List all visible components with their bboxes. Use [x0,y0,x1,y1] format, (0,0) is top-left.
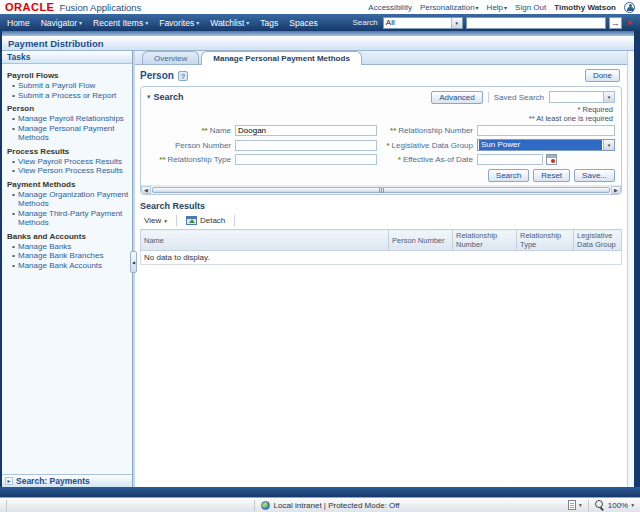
saved-search-select[interactable]: ▾ [549,91,615,103]
vertical-scrollbar[interactable] [627,51,634,487]
splitter-collapse-handle[interactable]: ◀ [130,251,137,273]
help-menu[interactable]: Help ▾ [487,3,507,12]
column-header-name[interactable]: Name [141,230,389,251]
effective-date-label: *Effective As-of Date [381,155,473,164]
effective-date-field[interactable] [477,154,543,165]
name-field[interactable] [235,125,377,136]
calendar-picker-icon[interactable] [546,154,557,165]
sidebar-item-manage-banks[interactable]: Manage Banks [3,242,131,252]
page-frame: Payment Distribution Tasks Payroll Flows… [0,31,640,487]
name-label: **Name [147,126,231,135]
tab-strip: Overview Manage Personal Payment Methods [135,51,627,65]
required-marker: ** [201,126,207,135]
divider [234,215,235,226]
person-number-label: Person Number [147,141,231,150]
search-payments-panel-header[interactable]: ▸ Search: Payments [2,474,132,487]
chevron-down-icon: ▾ [579,502,582,508]
sidebar-item-view-person-process-results[interactable]: View Person Process Results [3,166,131,176]
search-panel: ▾ Search Advanced Saved Search ▾ [140,86,622,195]
save-button[interactable]: Save... [574,169,615,182]
menu-item-recent-items[interactable]: Recent Items▾ [93,18,148,28]
relationship-number-label: **Relationship Number [381,126,473,135]
column-header-legislative-data-group[interactable]: Legislative Data Group [574,230,622,251]
sidebar-item-view-payroll-process-results[interactable]: View Payroll Process Results [3,157,131,167]
relationship-type-field[interactable] [235,154,377,165]
chevron-down-icon: ▾ [451,18,462,28]
menu-item-home[interactable]: Home [7,18,30,28]
legislative-data-group-value: Sun Power [479,140,602,150]
required-marker: ** [159,155,165,164]
expand-panel-icon: ▸ [5,477,13,485]
zone-text: Local intranet | Protected Mode: Off [274,501,400,510]
sidebar-item-manage-bank-branches[interactable]: Manage Bank Branches [3,251,131,261]
scroll-right-icon[interactable]: ▶ [611,186,621,194]
person-number-field[interactable] [235,140,377,151]
product-name: Fusion Applications [59,2,141,13]
sign-out-link[interactable]: Sign Out [515,3,546,12]
status-tools-button[interactable]: ▾ [568,500,582,510]
results-table: Name Person Number Relationship Number R… [140,229,622,265]
horizontal-scrollbar[interactable]: ◀ ▶ [141,185,621,194]
global-search-label: Search [352,18,377,27]
legislative-data-group-label: *Legislative Data Group [381,141,473,150]
menu-item-watchlist[interactable]: Watchlist▾ [210,18,249,28]
zoom-control[interactable]: 100% ▾ [595,500,634,510]
branding-bar: ORACLE Fusion Applications Accessibility… [0,0,640,14]
relationship-number-field[interactable] [477,125,615,136]
menu-item-favorites[interactable]: Favorites▾ [159,18,199,28]
scrollbar-thumb[interactable] [152,187,610,193]
accessibility-link[interactable]: Accessibility [368,3,412,12]
user-avatar-icon[interactable] [624,2,635,13]
task-section-heading: Process Results [7,147,127,156]
search-form: **Name **Relationship Number Person Numb… [147,125,615,165]
sidebar-item-manage-personal-payment-methods[interactable]: Manage Personal Payment Methods [3,124,131,143]
reset-button[interactable]: Reset [533,169,570,182]
saved-search-label: Saved Search [494,93,544,102]
global-search: Search All ▾ → ★ [352,17,633,29]
sidebar-splitter[interactable]: ◀ [133,51,135,487]
legislative-data-group-select[interactable]: Sun Power ▾ [477,139,615,151]
done-button[interactable]: Done [585,69,620,82]
chevron-down-icon: ▾ [603,92,614,102]
results-toolbar: View ▾ Detach [140,213,622,228]
menu-item-spaces[interactable]: Spaces [289,18,317,28]
advanced-button[interactable]: Advanced [431,91,483,104]
empty-results-message: No data to display. [141,251,622,265]
sidebar-item-submit-process-or-report[interactable]: Submit a Process or Report [3,91,131,101]
sidebar-item-manage-organization-payment-methods[interactable]: Manage Organization Payment Methods [3,190,131,209]
detach-button[interactable]: Detach [182,215,229,226]
help-icon[interactable]: ? [178,71,188,81]
window-bottom-chrome [0,487,640,497]
column-header-relationship-type[interactable]: Relationship Type [517,230,574,251]
chevron-down-icon: ▾ [603,140,614,150]
scroll-left-icon[interactable]: ◀ [141,186,151,194]
personalization-menu[interactable]: Personalization ▾ [420,3,479,12]
relationship-type-label: **Relationship Type [147,155,231,164]
menu-item-navigator[interactable]: Navigator▾ [41,18,82,28]
search-button[interactable]: Search [488,169,529,182]
page-title: Payment Distribution [2,36,634,51]
global-search-scope-select[interactable]: All ▾ [383,17,463,29]
column-header-person-number[interactable]: Person Number [389,230,453,251]
column-header-relationship-number[interactable]: Relationship Number [453,230,517,251]
tab-overview[interactable]: Overview [142,51,199,64]
sidebar-item-manage-third-party-payment-methods[interactable]: Manage Third-Party Payment Methods [3,209,131,228]
search-panel-header: ▾ Search Advanced Saved Search ▾ [147,90,615,104]
tasks-panel-header[interactable]: Tasks [2,51,132,64]
sidebar-item-submit-payroll-flow[interactable]: Submit a Payroll Flow [3,81,131,91]
chevron-down-icon: ▾ [246,19,249,26]
application-window: ORACLE Fusion Applications Accessibility… [0,0,640,512]
search-go-icon[interactable]: → [609,17,622,29]
menu-item-tags[interactable]: Tags [260,18,278,28]
tab-manage-personal-payment-methods[interactable]: Manage Personal Payment Methods [201,51,361,65]
detach-icon [186,216,197,225]
sidebar-item-manage-payroll-relationships[interactable]: Manage Payroll Relationships [3,114,131,124]
disclosure-down-icon[interactable]: ▾ [147,93,151,101]
person-header-row: Person ? Done [140,67,622,84]
chevron-down-icon: ▾ [196,19,199,26]
global-search-input[interactable] [466,17,606,29]
divider [176,215,177,226]
advanced-search-icon[interactable]: ★ [626,18,633,27]
view-menu-button[interactable]: View ▾ [140,215,171,226]
sidebar-item-manage-bank-accounts[interactable]: Manage Bank Accounts [3,261,131,271]
